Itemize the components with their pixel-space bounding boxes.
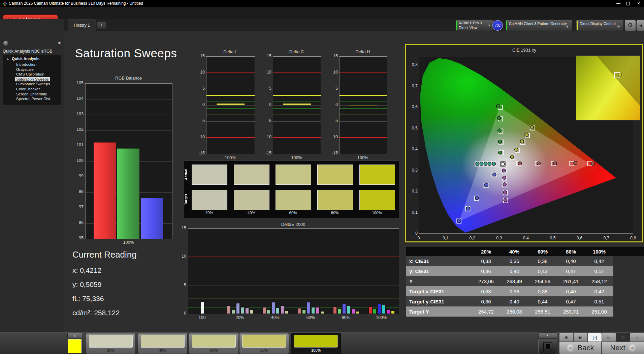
limit-line-green xyxy=(273,101,321,102)
gridline xyxy=(206,105,255,106)
pattern-button-80[interactable]: 80% xyxy=(239,333,289,354)
gridline xyxy=(86,99,172,99)
table-row: y: CIE310,360,400,430,470,51 xyxy=(406,266,613,276)
chevron-up-icon: ▲ xyxy=(73,334,76,337)
patch-level-label: 100% xyxy=(359,211,394,215)
next-button[interactable]: Next » xyxy=(602,342,644,354)
gridline xyxy=(273,89,321,89)
actual-patch-100 xyxy=(359,165,395,185)
sidebar-item-luminance-sweeps[interactable]: Luminance Sweeps xyxy=(3,82,61,87)
chevron-down-icon: ▼ xyxy=(486,23,492,28)
table-column-header: 40% xyxy=(500,249,528,255)
table-cell: 0,36 xyxy=(500,289,528,294)
measured-dot-magenta xyxy=(502,169,505,172)
stop-button[interactable]: ■ xyxy=(559,333,574,342)
sidebar-item-saturation-sweeps[interactable]: Saturation Sweeps xyxy=(3,77,61,82)
blank-button[interactable]: ● xyxy=(630,333,644,342)
close-button[interactable]: × xyxy=(635,0,643,6)
pattern-button-20[interactable]: 20% xyxy=(86,333,136,354)
tree-root-quick-analysis[interactable]: Quick Analysis xyxy=(3,57,61,62)
patch-row-label: Actual xyxy=(184,165,190,184)
pattern-label: 40% xyxy=(138,348,187,352)
delta-l-xlabel: 100% xyxy=(206,155,254,160)
delta-bar xyxy=(349,105,377,107)
refresh-button[interactable]: ↻ xyxy=(616,333,630,342)
sidebar-item-screen-uniformity[interactable]: Screen Uniformity xyxy=(3,92,61,97)
y-tick-label: 98 xyxy=(69,189,84,194)
cie-y-tick-label: 0,2 xyxy=(407,189,418,194)
cie-x-tick-label: 0,3 xyxy=(492,236,506,240)
deltae-bar xyxy=(236,303,240,314)
add-tab-button[interactable]: + xyxy=(97,21,106,30)
back-label: Back xyxy=(578,344,594,352)
measured-dot-white xyxy=(501,163,504,166)
limit-line-yellow xyxy=(273,95,321,96)
table-cell: 0,40 xyxy=(500,268,528,274)
sidebar-collapse-button[interactable]: ◀ xyxy=(55,39,63,46)
collapse-panel-button[interactable]: ◀ xyxy=(636,20,644,31)
measured-dot-magenta xyxy=(503,183,506,186)
measured-dot-cyan xyxy=(488,162,491,166)
sidebar-item-colorchecker[interactable]: ColorChecker xyxy=(3,87,61,92)
pattern-button-60[interactable]: 60% xyxy=(189,333,239,354)
play-button[interactable]: ▶ xyxy=(573,333,588,342)
pattern-generator-selector[interactable]: CalMAN Client 3 Pattern Generator ▼ xyxy=(505,20,573,31)
sidebar-item-introduction[interactable]: Introduction xyxy=(3,62,61,67)
y-tick-label: 5 xyxy=(191,86,205,91)
cie-results-table: 20%40%60%80%100%x: CIE310,330,350,380,40… xyxy=(406,247,613,317)
measured-dot-yellow xyxy=(530,125,534,129)
actual-patch-20 xyxy=(192,165,227,185)
tree-root-label: Quick Analysis xyxy=(12,57,39,61)
sidebar-item-cms-calibration[interactable]: CMS Calibration xyxy=(3,72,61,77)
restore-button[interactable] xyxy=(624,0,632,6)
meter-reading-badge[interactable]: 708 xyxy=(492,20,503,31)
measured-dot-yellow xyxy=(515,148,518,152)
table-cell: 0,35 xyxy=(500,258,528,264)
pattern-preview-swatch[interactable] xyxy=(68,339,82,353)
title-bar: Calman 2025 Calman Ultimate for Business… xyxy=(0,0,644,7)
cie-x-tick-label: 0,8 xyxy=(626,236,640,240)
pattern-window-button[interactable]: [··] xyxy=(587,333,602,342)
display-control-selector[interactable]: Direct Display Control ▼ xyxy=(576,20,624,31)
table-column-header: 20% xyxy=(472,249,500,255)
current-reading-heading: Current Reading xyxy=(72,249,137,260)
patch-level-label: 80% xyxy=(317,211,352,215)
deltae-bar xyxy=(302,309,306,314)
pattern-generator-name: CalMAN Client 3 Pattern Generator xyxy=(509,22,567,26)
rgb-bar-blue xyxy=(141,198,163,239)
limit-line-green xyxy=(206,108,255,109)
pattern-label: 20% xyxy=(86,348,135,352)
back-button[interactable]: « Back xyxy=(559,342,602,354)
transport-expand-button[interactable]: ▲ xyxy=(538,332,557,338)
measured-dot-blue xyxy=(466,207,470,210)
table-cell: 0,43 xyxy=(528,268,557,274)
table-row-label: Target y:CIE31 xyxy=(406,299,472,304)
pattern-button-40[interactable]: 40% xyxy=(138,333,188,354)
y-tick-label: -10 xyxy=(324,135,338,139)
meter-selector[interactable]: X-Rite i1Pro 3 Direct View ▼ xyxy=(455,20,494,31)
inset-dark-wedge xyxy=(576,56,640,120)
stop-square-icon xyxy=(543,342,552,351)
pattern-display-button[interactable] xyxy=(538,339,557,354)
tab-history-1[interactable]: History 1 xyxy=(68,20,96,32)
workflow-options-button[interactable] xyxy=(3,41,8,46)
cie-y-tick-label: 0,8 xyxy=(407,62,418,67)
table-cell: 264,72 xyxy=(472,309,500,315)
pattern-preview-expand-button[interactable]: ▲ xyxy=(67,333,82,339)
minimize-button[interactable]: — xyxy=(614,0,622,6)
loop-button[interactable]: ∞ xyxy=(602,333,616,342)
target-patch-40 xyxy=(234,190,269,210)
pattern-button-100[interactable]: 100% xyxy=(291,333,341,354)
sidebar-item-spectral-power-dist[interactable]: Spectral Power Dist. xyxy=(3,96,61,101)
pattern-swatch xyxy=(141,335,185,348)
sidebar-item-grayscale[interactable]: Grayscale xyxy=(3,67,61,72)
deltae-bar xyxy=(298,308,301,314)
y-tick-label: 103 xyxy=(69,112,84,116)
app-header: ◈ calman ▼ xyxy=(0,7,644,19)
y-tick-label: 0 xyxy=(191,102,205,107)
table-cell: 0,40 xyxy=(500,299,528,304)
display-control-status-stripe xyxy=(577,21,578,30)
settings-button[interactable]: ⚙ xyxy=(624,20,636,31)
table-row: Y273,06268,49264,56261,41258,12 xyxy=(406,276,613,286)
limit-line-yellow xyxy=(273,115,321,115)
